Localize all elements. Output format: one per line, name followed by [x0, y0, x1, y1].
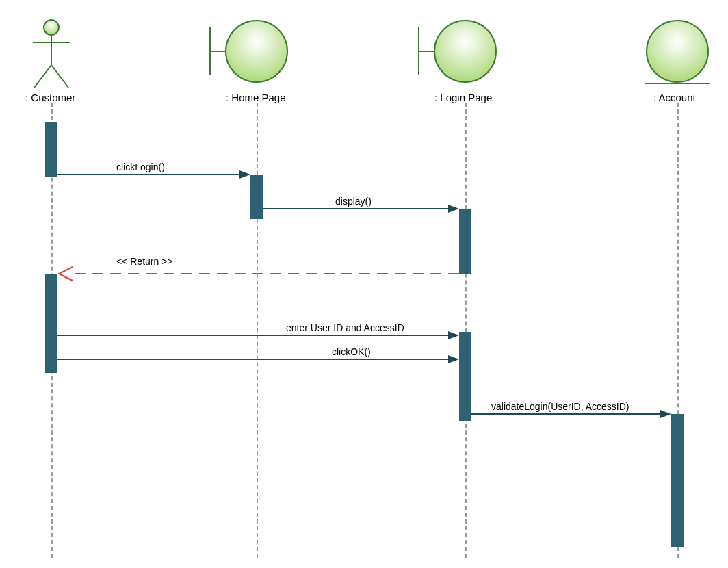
message-label-clicklogin: clickLogin() [116, 162, 165, 172]
message-label-enter-userid: enter User ID and AccessID [286, 322, 404, 333]
svg-marker-14 [239, 170, 250, 179]
activation-loginpage-1 [459, 209, 471, 274]
lifeline-loginpage [465, 103, 467, 558]
actor-icon [33, 20, 70, 88]
participant-label-loginpage: : Login Page [434, 92, 492, 103]
message-label-validatelogin: validateLogin(UserID, AccessID) [491, 401, 629, 412]
arrow-clickok [57, 355, 459, 363]
diagram-svg-overlay [0, 0, 728, 568]
activation-customer-1 [45, 122, 57, 177]
svg-marker-21 [448, 355, 459, 363]
svg-line-3 [34, 65, 51, 88]
message-label-clickok: clickOK() [332, 346, 371, 357]
svg-point-11 [647, 21, 708, 82]
svg-point-0 [44, 20, 59, 35]
svg-point-10 [434, 21, 496, 82]
activation-customer-2 [45, 274, 57, 373]
activation-homepage-1 [250, 175, 263, 219]
sequence-diagram: : Customer : Home Page : Login Page : Ac… [0, 0, 728, 568]
lifeline-homepage [257, 103, 258, 558]
boundary-icon-loginpage [419, 21, 496, 82]
boundary-icon-homepage [210, 21, 287, 82]
svg-marker-23 [660, 410, 671, 418]
svg-line-4 [51, 65, 68, 88]
participant-label-homepage: : Home Page [226, 92, 286, 103]
message-label-return: << Return >> [116, 256, 173, 267]
svg-marker-19 [448, 331, 459, 339]
entity-icon-account [645, 21, 710, 83]
arrow-return [59, 267, 459, 281]
participant-label-account: : Account [653, 92, 696, 103]
message-label-display: display() [335, 196, 372, 207]
activation-account-1 [671, 414, 684, 547]
activation-loginpage-2 [459, 332, 471, 421]
svg-point-7 [226, 21, 287, 82]
svg-marker-16 [448, 205, 459, 213]
participant-label-customer: : Customer [25, 92, 75, 103]
